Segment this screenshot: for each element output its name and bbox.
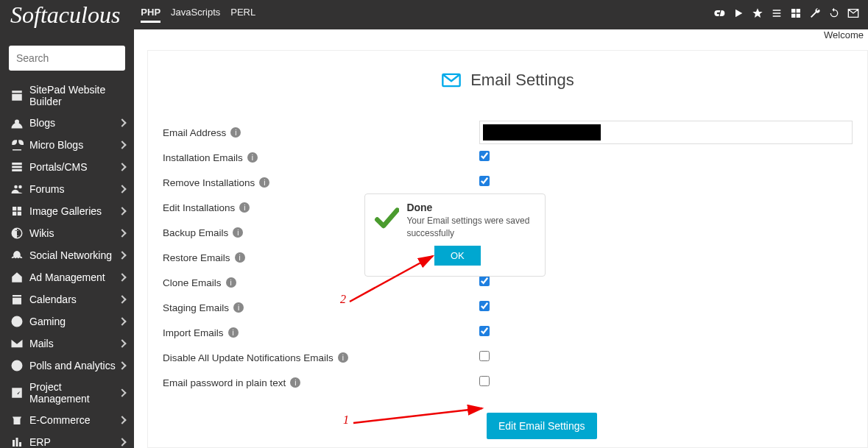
info-icon[interactable]: i bbox=[239, 202, 250, 213]
sidebar-item-gaming[interactable]: Gaming bbox=[0, 310, 134, 333]
sidebar-item-forums[interactable]: Forums bbox=[0, 178, 134, 200]
sidebar-item-label: Polls and Analytics bbox=[29, 360, 116, 371]
email-address-input[interactable] bbox=[479, 121, 853, 144]
info-icon[interactable]: i bbox=[230, 127, 241, 138]
chevron-right-icon bbox=[118, 339, 126, 347]
setting-checkbox[interactable] bbox=[479, 326, 490, 336]
setting-field bbox=[479, 151, 853, 164]
edit-email-settings-button[interactable]: Edit Email Settings bbox=[487, 413, 597, 439]
sidebar-item-calendars[interactable]: Calendars bbox=[0, 288, 134, 310]
info-icon[interactable]: i bbox=[259, 177, 269, 188]
setting-row: Remove Installationsi bbox=[163, 170, 853, 195]
sidebar-item-ad-management[interactable]: Ad Management bbox=[0, 266, 134, 288]
page-heading: Email Settings bbox=[148, 70, 867, 90]
dialog-ok-button[interactable]: OK bbox=[434, 246, 481, 266]
category-icon bbox=[10, 386, 24, 399]
cpanel-icon[interactable] bbox=[713, 7, 725, 22]
setting-field bbox=[479, 326, 853, 339]
setting-label: Staging Emailsi bbox=[163, 302, 479, 313]
toolbar-icons bbox=[713, 7, 868, 22]
info-icon[interactable]: i bbox=[338, 352, 348, 363]
play-icon[interactable] bbox=[733, 7, 744, 22]
chevron-right-icon bbox=[118, 251, 126, 259]
sidebar-item-label: Forums bbox=[29, 183, 64, 195]
setting-checkbox[interactable] bbox=[479, 351, 490, 361]
sidebar-item-label: Image Galleries bbox=[29, 205, 102, 217]
sidebar-item-sitepad-website-builder[interactable]: SitePad Website Builder bbox=[0, 79, 134, 112]
setting-row: Email Addressi bbox=[163, 120, 853, 145]
category-icon bbox=[10, 116, 24, 129]
chevron-right-icon bbox=[118, 118, 126, 127]
chevron-right-icon bbox=[118, 229, 126, 237]
tab-javascripts[interactable]: JavaScripts bbox=[171, 7, 220, 23]
setting-label: Installation Emailsi bbox=[163, 152, 479, 163]
setting-checkbox[interactable] bbox=[479, 376, 490, 386]
top-bar: Softaculous PHP JavaScripts PERL bbox=[0, 0, 868, 29]
info-icon[interactable]: i bbox=[228, 327, 239, 338]
sidebar-item-label: Micro Blogs bbox=[29, 139, 83, 151]
category-icon bbox=[10, 89, 24, 102]
setting-field bbox=[479, 376, 853, 389]
sidebar-item-label: Wikis bbox=[29, 227, 54, 239]
sidebar-item-label: Social Networking bbox=[29, 249, 112, 261]
grid-icon[interactable] bbox=[790, 7, 802, 22]
list-icon[interactable] bbox=[771, 7, 783, 22]
category-icon bbox=[10, 227, 24, 240]
setting-checkbox[interactable] bbox=[479, 301, 490, 311]
info-icon[interactable]: i bbox=[226, 277, 236, 288]
search-input[interactable] bbox=[16, 52, 145, 64]
sidebar-item-label: E-Commerce bbox=[29, 414, 90, 426]
chevron-right-icon bbox=[118, 295, 126, 303]
sidebar-item-erp[interactable]: ERP bbox=[0, 431, 134, 448]
star-icon[interactable] bbox=[752, 7, 763, 22]
tab-php[interactable]: PHP bbox=[141, 7, 160, 23]
chevron-right-icon bbox=[118, 141, 126, 149]
category-icon bbox=[10, 182, 24, 196]
setting-label: Clone Emailsi bbox=[163, 277, 479, 288]
setting-label: Import Emailsi bbox=[163, 327, 479, 338]
category-icon bbox=[10, 138, 24, 152]
sidebar-item-micro-blogs[interactable]: Micro Blogs bbox=[0, 134, 134, 156]
setting-checkbox[interactable] bbox=[479, 176, 490, 186]
search-box[interactable] bbox=[9, 46, 125, 71]
sidebar-item-wikis[interactable]: Wikis bbox=[0, 222, 134, 244]
sidebar-item-label: ERP bbox=[29, 436, 51, 448]
tab-perl[interactable]: PERL bbox=[230, 7, 255, 23]
sidebar-item-e-commerce[interactable]: E-Commerce bbox=[0, 409, 134, 431]
info-icon[interactable]: i bbox=[247, 152, 258, 163]
sidebar-item-label: Portals/CMS bbox=[29, 161, 88, 173]
category-icon bbox=[10, 315, 24, 328]
envelope-icon bbox=[441, 70, 462, 90]
info-icon[interactable]: i bbox=[290, 377, 300, 388]
sidebar-item-mails[interactable]: Mails bbox=[0, 333, 134, 355]
info-icon[interactable]: i bbox=[233, 227, 243, 238]
category-icon bbox=[10, 413, 24, 427]
chevron-right-icon bbox=[118, 317, 126, 325]
redacted-value bbox=[483, 124, 601, 141]
sidebar-item-blogs[interactable]: Blogs bbox=[0, 112, 134, 134]
sidebar-item-polls-and-analytics[interactable]: Polls and Analytics bbox=[0, 355, 134, 377]
info-icon[interactable]: i bbox=[235, 252, 245, 263]
mail-icon[interactable] bbox=[847, 7, 859, 22]
sidebar-item-portals-cms[interactable]: Portals/CMS bbox=[0, 156, 134, 178]
wrench-icon[interactable] bbox=[809, 7, 821, 22]
info-icon[interactable]: i bbox=[233, 302, 244, 313]
setting-label: Disable All Update Notifications Emailsi bbox=[163, 352, 479, 363]
setting-label: Remove Installationsi bbox=[163, 177, 479, 188]
setting-row: Email password in plain texti bbox=[163, 370, 853, 395]
category-icon bbox=[10, 249, 24, 262]
sidebar-item-social-networking[interactable]: Social Networking bbox=[0, 244, 134, 266]
setting-row: Staging Emailsi bbox=[163, 295, 853, 320]
brand-logo: Softaculous bbox=[0, 1, 133, 29]
chevron-right-icon bbox=[118, 273, 126, 281]
chevron-right-icon bbox=[118, 361, 126, 369]
dialog-message: Your Email settings were saved successfu… bbox=[406, 215, 536, 240]
category-icon bbox=[10, 160, 24, 174]
setting-checkbox[interactable] bbox=[479, 151, 490, 161]
setting-row: Import Emailsi bbox=[163, 320, 853, 345]
annotation-number-2: 2 bbox=[340, 293, 346, 306]
setting-checkbox[interactable] bbox=[479, 276, 490, 286]
sidebar-item-image-galleries[interactable]: Image Galleries bbox=[0, 200, 134, 222]
sync-icon[interactable] bbox=[828, 7, 840, 22]
sidebar-item-project-management[interactable]: Project Management bbox=[0, 377, 134, 409]
